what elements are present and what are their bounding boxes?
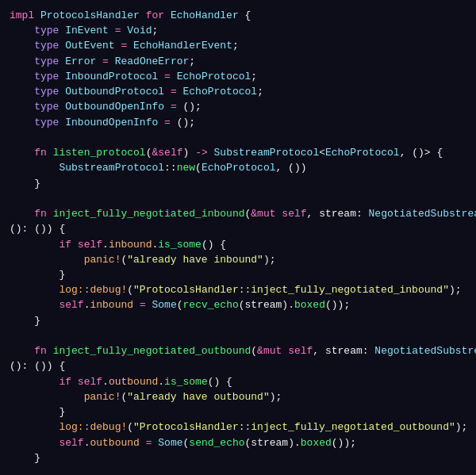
line-26: panic!("already have outbound"); xyxy=(0,389,476,404)
line-25: if self.outbound.is_some() { xyxy=(0,374,476,389)
line-4: type Error = ReadOneError; xyxy=(0,54,476,69)
line-3: type OutEvent = EchoHandlerEvent; xyxy=(0,38,476,53)
line-11: SubstreamProtocol::new(EchoProtocol, ()) xyxy=(0,160,476,175)
line-13 xyxy=(0,191,476,206)
line-1: impl ProtocolsHandler for EchoHandler { xyxy=(0,8,476,23)
line-5: type InboundProtocol = EchoProtocol; xyxy=(0,69,476,84)
code-viewer: impl ProtocolsHandler for EchoHandler { … xyxy=(0,0,476,475)
line-14: fn inject_fully_negotiated_inbound(&mut … xyxy=(0,206,476,221)
line-6: type OutboundProtocol = EchoProtocol; xyxy=(0,84,476,99)
line-17: panic!("already have inbound"); xyxy=(0,252,476,267)
line-9 xyxy=(0,130,476,145)
line-29: self.outbound = Some(send_echo(stream).b… xyxy=(0,435,476,450)
line-31 xyxy=(0,465,476,475)
line-21: } xyxy=(0,313,476,328)
line-20: self.inbound = Some(recv_echo(stream).bo… xyxy=(0,297,476,312)
line-19: log::debug!("ProtocolsHandler::inject_fu… xyxy=(0,282,476,297)
line-23: fn inject_fully_negotiated_outbound(&mut… xyxy=(0,343,476,358)
line-28: log::debug!("ProtocolsHandler::inject_fu… xyxy=(0,419,476,435)
line-30: } xyxy=(0,450,476,465)
line-8: type InboundOpenInfo = (); xyxy=(0,115,476,130)
line-16: if self.inbound.is_some() { xyxy=(0,237,476,252)
line-2: type InEvent = Void; xyxy=(0,23,476,38)
line-22 xyxy=(0,328,476,343)
line-12: } xyxy=(0,176,476,191)
line-27: } xyxy=(0,404,476,419)
line-7: type OutboundOpenInfo = (); xyxy=(0,99,476,114)
line-10: fn listen_protocol(&self) -> SubstreamPr… xyxy=(0,145,476,160)
line-24: (): ()) { xyxy=(0,358,476,373)
line-15: (): ()) { xyxy=(0,221,476,236)
line-18: } xyxy=(0,267,476,282)
